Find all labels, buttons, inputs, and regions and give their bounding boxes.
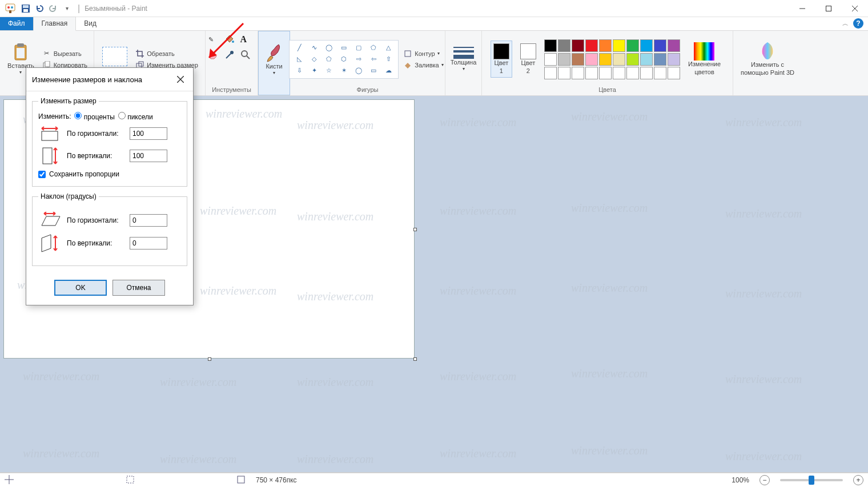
palette-color[interactable] [599,53,612,66]
palette-color[interactable] [668,39,680,52]
picker-tool[interactable] [224,50,239,61]
palette-color[interactable] [572,53,584,66]
minimize-button[interactable] [789,0,815,17]
palette-color[interactable] [585,53,598,66]
help-button[interactable]: ? [853,18,863,29]
shape-callout-round[interactable]: ◯ [352,66,365,76]
shape-hexagon[interactable]: ⬡ [337,54,350,65]
color2-button[interactable]: Цвет 2 [517,42,540,75]
edit-colors-button[interactable]: Изменение цветов [685,41,724,77]
shape-arrow-r[interactable]: ⇨ [352,54,365,65]
palette-color[interactable] [572,67,584,79]
maximize-button[interactable] [815,0,842,17]
paint3d-button[interactable]: Изменить с помощью Paint 3D [737,41,798,77]
palette-color[interactable] [613,67,625,79]
shape-4star[interactable]: ✦ [308,66,320,76]
shape-diamond[interactable]: ◇ [308,54,320,65]
resize-handle-e[interactable] [413,228,417,231]
shape-5star[interactable]: ☆ [323,66,335,76]
resize-handle-s[interactable] [208,357,211,361]
collapse-ribbon-button[interactable]: ︿ [842,19,849,28]
dialog-close-button[interactable] [174,73,187,86]
radio-percent[interactable]: проценты [74,112,114,121]
thickness-button[interactable]: Толщина▾ [447,46,480,73]
save-button[interactable] [19,2,32,15]
eraser-tool[interactable] [208,50,223,61]
shapes-gallery[interactable]: ╱ ∿ ◯ ▭ ▢ ⬠ △ ◺ ◇ ⬠ ⬡ ⇨ ⇦ ⇧ ⇩ ✦ ☆ ✶ ◯ ▭ [289,40,399,79]
palette-color[interactable] [585,67,598,79]
palette-color[interactable] [654,67,666,79]
tab-view[interactable]: Вид [76,17,105,30]
crop-button[interactable]: Обрезать [133,49,177,59]
shape-rect[interactable]: ▭ [337,43,350,53]
palette-color[interactable] [558,67,570,79]
zoom-out-button[interactable]: − [760,475,770,485]
brushes-button[interactable]: Кисти▾ [260,41,288,77]
cut-button[interactable]: ✂Вырезать [40,49,84,59]
palette-color[interactable] [640,53,653,66]
palette-color[interactable] [585,39,598,52]
palette-color[interactable] [599,39,612,52]
shape-arrow-d[interactable]: ⇩ [293,66,306,76]
shape-6star[interactable]: ✶ [337,66,350,76]
shape-fill-button[interactable]: Заливка ▾ [401,60,445,70]
resize-vert-input[interactable] [130,150,167,162]
text-tool[interactable]: A [240,34,255,45]
palette-color[interactable] [544,39,557,52]
fill-tool[interactable] [224,34,239,45]
shape-callout-rect[interactable]: ▭ [367,66,380,76]
palette-color[interactable] [626,67,639,79]
shape-rtriangle[interactable]: ◺ [293,54,306,65]
shape-line[interactable]: ╱ [293,43,306,53]
shape-oval[interactable]: ◯ [323,43,335,53]
cancel-button[interactable]: Отмена [112,280,165,296]
palette-color[interactable] [599,67,612,79]
shape-roundrect[interactable]: ▢ [352,43,365,53]
palette-color[interactable] [558,39,570,52]
redo-button[interactable] [47,2,59,15]
shape-arrow-l[interactable]: ⇦ [367,54,380,65]
pencil-tool[interactable]: ✎ [208,36,223,43]
palette-color[interactable] [640,39,653,52]
skew-horiz-input[interactable] [130,214,167,227]
palette-color[interactable] [544,67,557,79]
palette-color[interactable] [613,39,625,52]
palette-color[interactable] [626,53,639,66]
palette-color[interactable] [654,53,666,66]
ok-button[interactable]: OK [54,280,107,296]
shape-outline-button[interactable]: Контур ▾ [401,49,441,59]
palette-color[interactable] [654,39,666,52]
shape-triangle[interactable]: △ [382,43,395,53]
qat-customize[interactable]: ▾ [61,2,73,15]
palette-color[interactable] [558,53,570,66]
skew-vert-input[interactable] [130,237,167,249]
resize-horiz-input[interactable] [130,127,167,140]
color-palette[interactable] [544,39,680,79]
keep-aspect-checkbox[interactable] [38,171,46,178]
radio-pixels[interactable]: пиксели [118,112,153,121]
tab-file[interactable]: Файл [0,17,33,30]
palette-color[interactable] [572,39,584,52]
shape-pentagon[interactable]: ⬠ [323,54,335,65]
palette-color[interactable] [626,39,639,52]
zoom-slider[interactable] [780,479,843,481]
color1-button[interactable]: Цвет 1 [491,41,512,77]
undo-button[interactable] [33,2,46,15]
tab-home[interactable]: Главная [33,17,77,31]
shape-polygon[interactable]: ⬠ [367,43,380,53]
shape-curve[interactable]: ∿ [308,43,320,53]
close-button[interactable] [842,0,868,17]
palette-color[interactable] [640,67,653,79]
watermark: winreviewer.com [725,287,802,300]
resize-handle-se[interactable] [413,357,417,361]
shape-arrow-u[interactable]: ⇧ [382,54,395,65]
thickness-icon [452,47,475,59]
zoom-in-button[interactable]: + [853,475,863,485]
palette-color[interactable] [668,67,680,79]
palette-color[interactable] [544,53,557,66]
palette-color[interactable] [613,53,625,66]
zoom-tool[interactable] [240,50,255,61]
shape-callout-cloud[interactable]: ☁ [382,66,395,76]
palette-color[interactable] [668,53,680,66]
zoom-thumb[interactable] [809,476,814,485]
